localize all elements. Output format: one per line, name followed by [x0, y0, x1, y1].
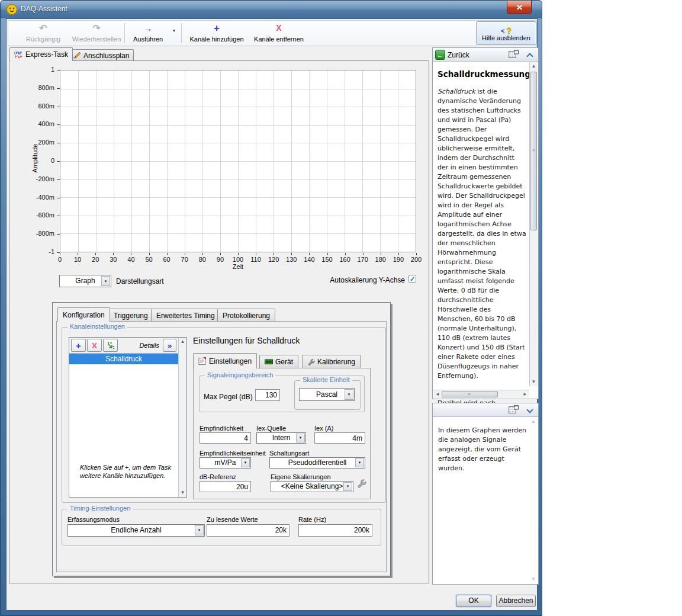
- close-button[interactable]: [507, 1, 532, 14]
- signal-range-group-label: Signaleingangsbereich: [205, 371, 275, 378]
- iex-source-combo[interactable]: Intern ▼: [256, 432, 306, 444]
- express-panel: Amplitude Zeit Graph ▼ Darstellungsart A…: [9, 60, 429, 583]
- v-gridline: [131, 70, 132, 252]
- scroll-down-icon[interactable]: ▼: [179, 490, 186, 495]
- collapse-help-icon[interactable]: [527, 53, 532, 57]
- change-physical-channel-button[interactable]: [103, 339, 118, 352]
- desktop: DAQ-Assistent ↶ Rückgängig ↷ Wiederherst…: [0, 0, 682, 616]
- anschlussplan-icon: [73, 52, 81, 59]
- iex-label: Iex (A): [314, 425, 333, 432]
- custom-scale-label: Eigene Skalierungen: [271, 473, 331, 480]
- tab-express-task-label: Express-Task: [25, 50, 68, 59]
- title-bar[interactable]: DAQ-Assistent: [1, 1, 542, 18]
- db-reference-input[interactable]: 20u: [200, 481, 251, 492]
- kalibrierung-icon: [307, 358, 315, 366]
- toolbar-separator: [124, 23, 125, 43]
- undo-label: Rückgängig: [26, 36, 60, 43]
- back-icon[interactable]: ←: [435, 50, 445, 60]
- chevron-down-icon[interactable]: ▼: [241, 458, 250, 467]
- expand-help-icon[interactable]: [527, 408, 532, 413]
- help-heading: Schalldruckmessung: [437, 69, 526, 79]
- cancel-button[interactable]: Abbrechen: [496, 595, 536, 607]
- x-tick-mark: [238, 253, 239, 255]
- y-tick-label: -600m: [19, 211, 54, 219]
- v-gridline: [362, 70, 363, 252]
- x-tick-mark: [131, 253, 131, 255]
- scroll-up-icon[interactable]: ▲: [179, 339, 186, 344]
- autoscale-checkbox[interactable]: ✓: [408, 275, 416, 283]
- help-vscrollbar[interactable]: ▲ ▼: [529, 62, 538, 386]
- redo-button[interactable]: ↷ Wiederherstellen: [70, 22, 123, 44]
- tab-kalibrierung[interactable]: Kalibrierung: [302, 355, 361, 368]
- chevron-down-icon[interactable]: ▼: [355, 458, 364, 467]
- chevron-down-icon[interactable]: ▼: [343, 482, 352, 491]
- remove-channel-button[interactable]: X: [87, 339, 102, 352]
- custom-scale-combo[interactable]: <Keine Skalierung> ▼: [271, 481, 353, 492]
- tab-triggerung[interactable]: Triggerung: [108, 309, 153, 322]
- scrollbar-thumb[interactable]: [530, 72, 537, 230]
- help-hscrollbar[interactable]: ◄ ►: [433, 390, 529, 398]
- scroll-left-icon[interactable]: ◄: [435, 392, 440, 397]
- acquisition-mode-combo[interactable]: Endliche Anzahl ▼: [67, 524, 205, 537]
- scrollbar-thumb[interactable]: [442, 391, 498, 397]
- v-gridline: [291, 70, 292, 252]
- tab-anschlussplan[interactable]: Anschlussplan: [68, 49, 134, 61]
- y-tick-label: -800m: [19, 230, 54, 237]
- undo-button[interactable]: ↶ Rückgängig: [17, 22, 70, 44]
- toc-window-icon[interactable]: [509, 50, 519, 60]
- scroll-down-icon[interactable]: ▼: [530, 380, 538, 384]
- edit-custom-scale-button[interactable]: [356, 479, 366, 490]
- y-tick-mark: [57, 107, 60, 107]
- chevron-down-icon[interactable]: ▼: [296, 434, 305, 442]
- scroll-right-icon[interactable]: ►: [522, 392, 528, 397]
- channel-list-scrollbar[interactable]: ▲ ▼: [178, 338, 186, 497]
- window-content: ↶ Rückgängig ↷ Wiederherstellen → Ausfüh…: [6, 18, 538, 611]
- scroll-up-icon[interactable]: ▲: [530, 64, 538, 69]
- run-dropdown-caret[interactable]: ▼: [169, 29, 179, 33]
- add-channels-button[interactable]: + Kanäle hinzufügen: [185, 22, 249, 44]
- chevron-down-icon[interactable]: ▼: [101, 276, 110, 286]
- chevron-down-icon[interactable]: ▼: [345, 389, 353, 400]
- hide-help-button[interactable]: < ? Hilfe ausblenden: [476, 21, 536, 45]
- max-level-input[interactable]: 130: [255, 389, 280, 401]
- tab-protokollierung[interactable]: Protokollierung: [217, 309, 275, 322]
- toolbar-separator: [181, 23, 182, 43]
- graph-plot[interactable]: [60, 70, 416, 252]
- chevron-down-icon[interactable]: ▼: [195, 525, 204, 535]
- v-gridline: [345, 70, 345, 252]
- display-type-combo[interactable]: Graph ▼: [59, 275, 111, 287]
- run-button[interactable]: → Ausführen: [128, 22, 168, 44]
- sensitivity-input[interactable]: 4: [200, 432, 251, 444]
- tab-erweitertes-timing[interactable]: Erweitertes Timing: [151, 309, 220, 322]
- x-tick-mark: [78, 253, 78, 255]
- toc-window-icon[interactable]: [509, 405, 519, 415]
- iex-input[interactable]: 4m: [314, 432, 365, 444]
- add-channels-label: Kanäle hinzufügen: [189, 36, 243, 43]
- v-gridline: [114, 70, 114, 252]
- x-tick-label: 160: [336, 256, 354, 263]
- scroll-down-icon: ▼: [530, 576, 537, 582]
- x-tick-mark: [345, 253, 346, 255]
- tab-express-task[interactable]: Express-Task: [9, 47, 73, 61]
- remove-channels-button[interactable]: X Kanäle entfernen: [250, 22, 308, 44]
- samples-input[interactable]: 20k: [207, 524, 289, 537]
- back-label[interactable]: Zurück: [448, 51, 469, 59]
- details-expand-button[interactable]: »: [163, 339, 176, 352]
- circuit-combo[interactable]: Pseudodifferentiell ▼: [269, 457, 365, 469]
- v-gridline: [274, 70, 274, 252]
- ok-button[interactable]: OK: [456, 595, 491, 607]
- tab-konfiguration[interactable]: Konfiguration: [57, 307, 110, 322]
- y-tick-mark: [57, 198, 60, 198]
- add-channel-button[interactable]: +: [71, 339, 86, 352]
- rate-input[interactable]: 200k: [298, 524, 372, 537]
- x-tick-label: 110: [247, 256, 265, 263]
- x-tick-label: 60: [158, 256, 176, 263]
- sensitivity-unit-combo[interactable]: mV/Pa ▼: [200, 457, 251, 469]
- tab-einstellungen[interactable]: Einstellungen: [193, 353, 257, 368]
- y-tick-mark: [57, 88, 60, 89]
- scaled-unit-combo[interactable]: Pascal ▼: [299, 388, 355, 401]
- einstellungen-icon: [198, 357, 207, 365]
- channel-list-item[interactable]: Schalldruck: [69, 354, 178, 364]
- tab-geraet[interactable]: Gerät: [259, 355, 298, 368]
- express-task-icon: [14, 51, 23, 59]
